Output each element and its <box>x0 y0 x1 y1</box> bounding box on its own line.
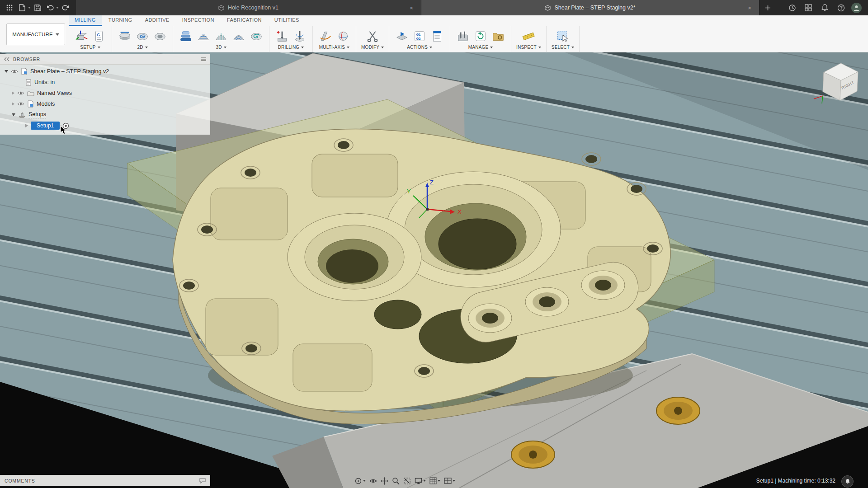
tree-item-label: Shear Plate – STEP Staging v2 <box>30 68 109 75</box>
pocket-2d-icon[interactable] <box>152 28 168 44</box>
multi-axis-contour-icon[interactable] <box>335 28 351 44</box>
close-tab-icon[interactable]: × <box>745 4 754 12</box>
panel-grip-icon[interactable] <box>200 57 207 61</box>
document-tab-1[interactable]: Hole Recognition v1 × <box>76 0 421 15</box>
job-status-icon[interactable] <box>786 2 798 14</box>
visibility-eye-icon[interactable] <box>11 69 18 74</box>
zoom-icon[interactable] <box>391 476 401 486</box>
workspace-label: MANUFACTURE <box>12 32 53 37</box>
face-icon[interactable] <box>117 28 132 44</box>
drill-icon[interactable] <box>274 28 290 44</box>
group-label-multi-axis[interactable]: MULTI-AXIS <box>319 45 349 50</box>
undo-dropdown-caret-icon[interactable] <box>56 7 59 9</box>
nc-program-icon[interactable]: G <box>91 28 107 44</box>
selected-setup-label[interactable]: Setup1 <box>31 122 60 130</box>
dropdown-caret-icon <box>538 47 541 48</box>
file-dropdown-caret-icon[interactable] <box>28 7 31 9</box>
app-grid-icon[interactable] <box>4 2 15 14</box>
browser-title: BROWSER <box>13 56 40 62</box>
measure-icon[interactable] <box>521 28 536 44</box>
group-label-drilling[interactable]: DRILLING <box>278 45 304 50</box>
workspace-selector[interactable]: MANUFACTURE <box>6 23 65 45</box>
tab-turning[interactable]: TURNING <box>103 15 138 26</box>
grid-settings-icon[interactable] <box>429 476 441 485</box>
ribbon-toolbar: G SETUP <box>69 26 868 52</box>
tree-item-named-views[interactable]: Named Views <box>0 88 210 99</box>
tree-item-models[interactable]: Models <box>0 99 210 109</box>
collapse-panel-icon[interactable] <box>4 57 9 61</box>
workspace-caret-icon <box>56 33 59 36</box>
dropdown-caret-icon <box>438 480 440 482</box>
group-label-actions[interactable]: ACTIONS <box>407 45 432 50</box>
comments-bar[interactable]: COMMENTS <box>0 475 210 486</box>
document-tab-2[interactable]: Shear Plate – STEP Staging v2* × <box>421 0 760 15</box>
document-icon <box>21 68 28 75</box>
setup-sheet-icon[interactable] <box>429 28 445 44</box>
group-label-modify[interactable]: MODIFY <box>361 45 384 50</box>
visibility-eye-icon[interactable] <box>17 90 24 96</box>
tree-item-setup1[interactable]: Setup1 <box>0 120 210 131</box>
group-label-3d[interactable]: 3D <box>216 45 226 50</box>
comment-bubble-icon[interactable] <box>199 478 206 483</box>
tree-item-setups[interactable]: Setups <box>0 109 210 120</box>
display-settings-icon[interactable] <box>414 477 427 485</box>
viewports-icon[interactable] <box>443 477 456 485</box>
spiral-icon[interactable] <box>249 28 264 44</box>
tab-additive[interactable]: ADDITIVE <box>139 15 175 26</box>
help-icon[interactable] <box>835 2 847 14</box>
close-tab-icon[interactable]: × <box>407 4 415 12</box>
group-label-2d[interactable]: 2D <box>137 45 147 50</box>
dropdown-caret-icon <box>224 47 226 48</box>
simulate-icon[interactable] <box>394 28 410 44</box>
collapsed-caret-icon[interactable] <box>12 102 14 106</box>
tab-milling[interactable]: MILLING <box>69 15 102 26</box>
tool-library-icon[interactable] <box>455 28 471 44</box>
svg-text:X: X <box>458 208 462 215</box>
tree-item-units[interactable]: Units: in <box>0 77 210 88</box>
look-at-icon[interactable] <box>368 477 378 485</box>
bore-icon[interactable] <box>292 28 307 44</box>
swarf-icon[interactable] <box>318 28 333 44</box>
scallop-icon[interactable] <box>231 28 246 44</box>
collapsed-caret-icon[interactable] <box>25 124 28 127</box>
group-label-select[interactable]: SELECT <box>552 45 574 50</box>
browser-header[interactable]: BROWSER <box>0 54 210 65</box>
dropdown-caret-icon <box>453 480 455 482</box>
tab-fabrication[interactable]: FABRICATION <box>221 15 268 26</box>
expanded-caret-icon[interactable] <box>12 113 15 116</box>
tab-utilities[interactable]: UTILITIES <box>269 15 305 26</box>
tab-inspection[interactable]: INSPECTION <box>176 15 220 26</box>
adaptive-clearing-icon[interactable] <box>178 28 193 44</box>
document-cube-icon <box>545 5 551 11</box>
extensions-icon[interactable] <box>802 2 814 14</box>
group-label-setup[interactable]: SETUP <box>80 45 100 50</box>
templates-icon[interactable] <box>491 28 506 44</box>
collapsed-caret-icon[interactable] <box>12 91 14 95</box>
post-process-icon[interactable]: G1G2 <box>412 28 427 44</box>
pan-icon[interactable] <box>380 476 389 486</box>
parallel-icon[interactable] <box>213 28 229 44</box>
fit-icon[interactable] <box>402 476 412 486</box>
expanded-caret-icon[interactable] <box>5 70 8 73</box>
visibility-eye-icon[interactable] <box>17 101 24 107</box>
avatar[interactable] <box>851 3 862 13</box>
tree-item-document-root[interactable]: Shear Plate – STEP Staging v2 <box>0 66 210 77</box>
trim-icon[interactable] <box>365 28 380 44</box>
save-icon[interactable] <box>32 2 43 14</box>
dropdown-caret-icon <box>145 47 148 48</box>
task-manager-icon[interactable] <box>473 28 488 44</box>
new-tab-icon[interactable] <box>760 0 776 15</box>
group-label-manage[interactable]: MANAGE <box>468 45 493 50</box>
file-icon[interactable] <box>16 2 28 14</box>
redo-icon[interactable] <box>60 2 71 14</box>
group-label-inspect[interactable]: INSPECT <box>516 45 541 50</box>
pocket-clearing-icon[interactable] <box>196 28 211 44</box>
new-setup-icon[interactable] <box>74 28 89 44</box>
notifications-icon[interactable] <box>819 2 830 14</box>
orbit-icon[interactable] <box>354 476 367 486</box>
job-notification-icon[interactable] <box>841 475 854 488</box>
tree-item-label: Models <box>37 101 55 107</box>
adaptive-2d-icon[interactable] <box>135 28 150 44</box>
select-icon[interactable] <box>555 28 571 44</box>
undo-icon[interactable] <box>44 2 56 14</box>
